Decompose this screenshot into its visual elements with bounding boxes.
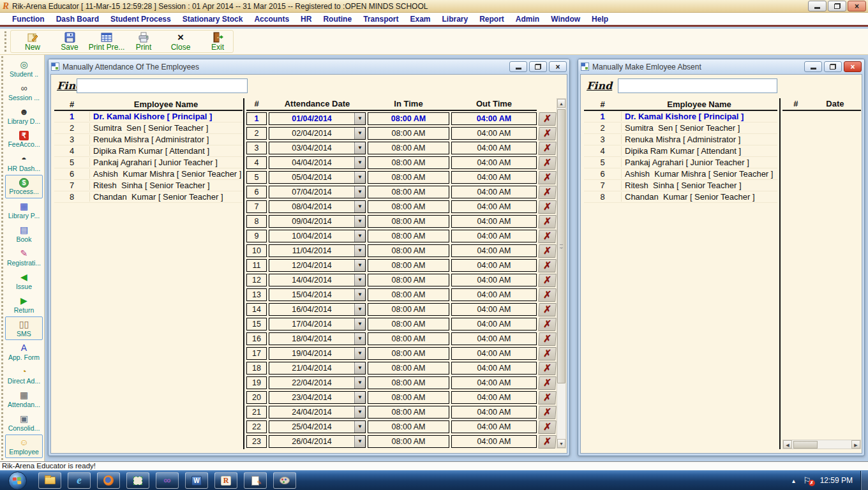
attendance-date-dropdown[interactable]: 18/04/2014▼	[269, 332, 366, 345]
employee-row[interactable]: 2Sumitra Sen [ Senior Teacher ]	[54, 122, 243, 134]
dropdown-arrow-icon[interactable]: ▼	[354, 128, 365, 139]
employee-row[interactable]: 6Ashish Kumar Mishra [ Senior Teacher ]	[584, 168, 777, 180]
attendance-row[interactable]: 101/04/2014▼08:00 AM04:00 AM✗	[246, 111, 560, 126]
employee-row[interactable]: 4Dipika Ram Kumar [ Attendant ]	[584, 145, 777, 157]
dropdown-arrow-icon[interactable]: ▼	[354, 304, 365, 315]
attendance-row[interactable]: 1214/04/2014▼08:00 AM04:00 AM✗	[246, 272, 560, 287]
attendance-date-dropdown[interactable]: 11/04/2014▼	[269, 244, 366, 257]
sidebar-item-session[interactable]: ∞Session ...	[5, 80, 43, 104]
dropdown-arrow-icon[interactable]: ▼	[354, 392, 365, 403]
delete-row-button[interactable]: ✗	[538, 244, 556, 258]
sidebar-item-return[interactable]: ▶Return	[5, 293, 43, 316]
action-center-flag-icon[interactable]: ⚐✗	[800, 475, 818, 486]
attendance-row[interactable]: 505/04/2014▼08:00 AM04:00 AM✗	[246, 170, 560, 184]
attendance-row[interactable]: 1922/04/2014▼08:00 AM04:00 AM✗	[246, 375, 560, 390]
child-restore-button[interactable]	[824, 61, 842, 72]
attendance-row[interactable]: 809/04/2014▼08:00 AM04:00 AM✗	[246, 214, 560, 228]
delete-row-button[interactable]: ✗	[538, 259, 556, 272]
delete-row-button[interactable]: ✗	[538, 274, 556, 287]
delete-row-button[interactable]: ✗	[538, 215, 556, 228]
delete-row-button[interactable]: ✗	[538, 362, 556, 375]
attendance-row[interactable]: 1618/04/2014▼08:00 AM04:00 AM✗	[246, 331, 560, 346]
dropdown-arrow-icon[interactable]: ▼	[354, 172, 365, 183]
attendance-row[interactable]: 708/04/2014▼08:00 AM04:00 AM✗	[246, 199, 560, 214]
employee-row[interactable]: 4Dipika Ram Kumar [ Attendant ]	[54, 145, 243, 157]
child-minimize-button[interactable]	[509, 61, 527, 72]
menu-item-window[interactable]: Window	[545, 15, 586, 24]
clock[interactable]: 12:59 PM	[818, 476, 860, 485]
app-restore-button[interactable]	[828, 1, 846, 11]
delete-row-button[interactable]: ✗	[538, 112, 556, 126]
sidebar-item-fee-account[interactable]: ₹FeeAcco...	[5, 128, 43, 151]
app-minimize-button[interactable]	[808, 1, 827, 11]
attendance-scrollbar[interactable]: ▲ ▼	[557, 98, 566, 449]
dropdown-arrow-icon[interactable]: ▼	[354, 186, 365, 198]
dropdown-arrow-icon[interactable]: ▼	[354, 216, 365, 227]
attendance-row[interactable]: 1112/04/2014▼08:00 AM04:00 AM✗	[246, 258, 560, 272]
menu-item-exam[interactable]: Exam	[404, 15, 436, 24]
menu-item-library[interactable]: Library	[437, 15, 474, 24]
sidebar-item-process[interactable]: $Process...	[5, 175, 43, 198]
employee-row[interactable]: 7Ritesh Sinha [ Senior Teacher ]	[54, 180, 243, 191]
attendance-row[interactable]: 2023/04/2014▼08:00 AM04:00 AM✗	[246, 390, 560, 405]
menu-item-help[interactable]: Help	[586, 15, 614, 24]
attendance-row[interactable]: 404/04/2014▼08:00 AM04:00 AM✗	[246, 155, 560, 170]
delete-row-button[interactable]: ✗	[538, 156, 556, 170]
employee-row[interactable]: 5Pankaj Agrahari [ Junior Teacher ]	[584, 157, 777, 168]
taskbar-button-notepad[interactable]	[244, 472, 267, 489]
toolbar-grip[interactable]	[4, 31, 7, 52]
delete-row-button[interactable]: ✗	[538, 288, 556, 302]
menu-item-admin[interactable]: Admin	[510, 15, 545, 24]
scrollbar-thumb[interactable]	[557, 109, 565, 383]
dropdown-arrow-icon[interactable]: ▼	[354, 274, 365, 286]
menu-item-function[interactable]: Function	[6, 15, 50, 24]
taskbar-button-dev-tool[interactable]	[126, 472, 149, 489]
employee-row[interactable]: 5Pankaj Agrahari [ Junior Teacher ]	[54, 157, 243, 168]
attendance-row[interactable]: 303/04/2014▼08:00 AM04:00 AM✗	[246, 140, 560, 155]
delete-row-button[interactable]: ✗	[538, 391, 556, 405]
child-window-titlebar[interactable]: Manually Make Emloyee Absent ×	[578, 59, 864, 74]
dropdown-arrow-icon[interactable]: ▼	[354, 333, 365, 345]
exit-button[interactable]: Exit	[199, 31, 236, 52]
attendance-date-dropdown[interactable]: 12/04/2014▼	[269, 259, 366, 272]
attendance-row[interactable]: 1416/04/2014▼08:00 AM04:00 AM✗	[246, 302, 560, 316]
attendance-date-dropdown[interactable]: 01/04/2014▼	[269, 112, 366, 125]
dropdown-arrow-icon[interactable]: ▼	[354, 348, 365, 359]
employee-row[interactable]: 8Chandan Kumar [ Senior Teacher ]	[584, 191, 777, 203]
delete-row-button[interactable]: ✗	[538, 230, 556, 243]
child-minimize-button[interactable]	[804, 61, 822, 72]
employee-row[interactable]: 3Renuka Mishra [ Administrator ]	[54, 134, 243, 145]
attendance-date-dropdown[interactable]: 04/04/2014▼	[269, 156, 366, 169]
attendance-date-dropdown[interactable]: 24/04/2014▼	[269, 406, 366, 419]
dropdown-arrow-icon[interactable]: ▼	[354, 318, 365, 330]
start-button[interactable]	[5, 471, 29, 490]
dropdown-arrow-icon[interactable]: ▼	[354, 436, 365, 447]
menu-item-student-process[interactable]: Student Process	[105, 15, 177, 24]
attendance-row[interactable]: 1315/04/2014▼08:00 AM04:00 AM✗	[246, 287, 560, 302]
delete-row-button[interactable]: ✗	[538, 303, 556, 316]
scroll-left-button[interactable]: ◀	[783, 440, 792, 449]
attendance-row[interactable]: 1719/04/2014▼08:00 AM04:00 AM✗	[246, 346, 560, 360]
attendance-date-dropdown[interactable]: 17/04/2014▼	[269, 318, 366, 330]
menu-item-report[interactable]: Report	[474, 15, 510, 24]
delete-row-button[interactable]: ✗	[538, 347, 556, 360]
sidebar-item-issue[interactable]: ◀Issue	[5, 269, 43, 293]
attendance-date-dropdown[interactable]: 14/04/2014▼	[269, 274, 366, 286]
attendance-row[interactable]: 910/04/2014▼08:00 AM04:00 AM✗	[246, 228, 560, 243]
attendance-date-dropdown[interactable]: 07/04/2014▼	[269, 186, 366, 198]
menu-item-hr[interactable]: HR	[295, 15, 317, 24]
dropdown-arrow-icon[interactable]: ▼	[354, 421, 365, 433]
sidebar-item-employee[interactable]: ☺Employee	[5, 434, 43, 458]
save-button[interactable]: Save	[51, 31, 88, 52]
dropdown-arrow-icon[interactable]: ▼	[354, 201, 365, 212]
delete-row-button[interactable]: ✗	[538, 200, 556, 214]
attendance-date-dropdown[interactable]: 05/04/2014▼	[269, 171, 366, 184]
delete-row-button[interactable]: ✗	[538, 435, 556, 449]
dropdown-arrow-icon[interactable]: ▼	[354, 245, 365, 256]
sidebar-item-attendance[interactable]: ▦Attendan...	[5, 387, 43, 411]
menu-item-stationary-stock[interactable]: Stationary Stock	[177, 15, 249, 24]
employee-row[interactable]: 1Dr. Kamal Kishore [ Principal ]	[584, 111, 777, 122]
attendance-date-dropdown[interactable]: 16/04/2014▼	[269, 303, 366, 316]
taskbar-button-infinity-app[interactable]: ∞	[156, 472, 179, 489]
dropdown-arrow-icon[interactable]: ▼	[354, 113, 365, 124]
